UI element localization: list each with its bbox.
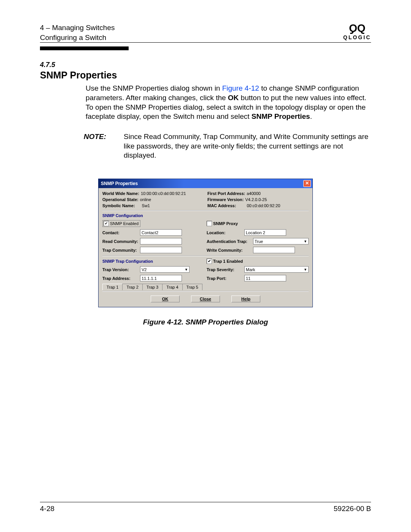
tab-trap-3[interactable]: Trap 3 — [142, 284, 162, 290]
info-symbolic: Symbolic Name:Sw1 — [102, 203, 204, 208]
header-rule — [40, 42, 371, 43]
snmp-config-heading: SNMP Configuration — [102, 213, 309, 218]
close-button[interactable]: Close — [191, 296, 220, 302]
auth-trap-select[interactable]: True▼ — [253, 238, 309, 244]
page-header-left: 4 – Managing Switches Configuring a Swit… — [40, 23, 115, 42]
snmp-enabled-checkbox[interactable]: ✔ SNMP Enabled — [102, 220, 140, 227]
figure-link[interactable]: Figure 4-12 — [222, 84, 259, 92]
snmp-dialog: SNMP Properties ✕ World Wide Name:10:00:… — [98, 179, 313, 307]
chevron-down-icon: ▼ — [185, 268, 188, 272]
trap-config-heading: SNMP Trap Configuration — [102, 259, 153, 264]
unchecked-icon — [207, 221, 212, 226]
tab-trap-4[interactable]: Trap 4 — [162, 284, 182, 290]
read-community-input[interactable] — [140, 238, 182, 244]
tab-trap-2[interactable]: Trap 2 — [122, 284, 142, 290]
dialog-titlebar[interactable]: SNMP Properties ✕ — [99, 179, 312, 188]
tab-trap-1[interactable]: Trap 1 — [102, 284, 123, 290]
snmp-proxy-checkbox[interactable]: SNMP Proxy — [207, 221, 238, 226]
chevron-down-icon: ▼ — [304, 240, 307, 243]
section-number: 4.7.5 — [40, 61, 371, 69]
section-title: SNMP Properties — [40, 70, 371, 81]
tab-trap-5[interactable]: Trap 5 — [182, 284, 202, 290]
brand-logo: QQ QLOGIC — [343, 23, 371, 40]
note-block: NOTE: Since Read Community, Trap Communi… — [84, 132, 371, 160]
header-black-bar — [40, 46, 129, 50]
info-op-state: Operational State:online — [102, 197, 204, 202]
location-input[interactable] — [244, 229, 286, 236]
close-icon[interactable]: ✕ — [303, 180, 311, 187]
help-button[interactable]: Help — [231, 296, 260, 302]
contact-input[interactable] — [140, 229, 182, 236]
trap-tabs: Trap 1 Trap 2 Trap 3 Trap 4 Trap 5 — [102, 284, 309, 290]
footer-page-num: 4-28 — [40, 505, 54, 513]
note-label: NOTE: — [84, 132, 116, 160]
trap-version-select[interactable]: V2▼ — [140, 266, 190, 273]
trap1-enabled-checkbox[interactable]: ✔ Trap 1 Enabled — [207, 259, 243, 264]
dialog-title: SNMP Properties — [101, 181, 138, 186]
trap-port-input[interactable] — [244, 275, 286, 281]
trap-community-input[interactable] — [140, 247, 182, 253]
figure-caption: Figure 4-12. SNMP Properties Dialog — [40, 318, 371, 326]
header-line-1: 4 – Managing Switches — [40, 23, 115, 33]
note-text: Since Read Community, Trap Community, an… — [124, 132, 371, 160]
info-mac: MAC Address:00:c0:dd:00:92:20 — [207, 203, 309, 208]
brand-text: QLOGIC — [343, 34, 371, 40]
qlogic-icon: QQ — [343, 23, 371, 34]
check-icon: ✔ — [104, 221, 109, 226]
info-wwn: World Wide Name:10:00:00:c0:dd:00:92:21 — [102, 191, 204, 196]
body-paragraph: Use the SNMP Properties dialog shown in … — [86, 84, 371, 121]
page-footer: 4-28 59226-00 B — [40, 502, 371, 513]
write-community-input[interactable] — [253, 247, 295, 253]
trap-address-input[interactable] — [140, 275, 182, 281]
ok-button[interactable]: OK — [151, 296, 180, 302]
info-first-port: First Port Address:a40000 — [207, 191, 309, 196]
info-firmware: Firmware Version:V4.2.0.0-25 — [207, 197, 309, 202]
check-icon: ✔ — [207, 259, 212, 264]
chevron-down-icon: ▼ — [304, 268, 307, 272]
header-line-2: Configuring a Switch — [40, 33, 115, 43]
trap-severity-select[interactable]: Mark▼ — [244, 266, 309, 273]
footer-doc-id: 59226-00 B — [334, 505, 371, 513]
